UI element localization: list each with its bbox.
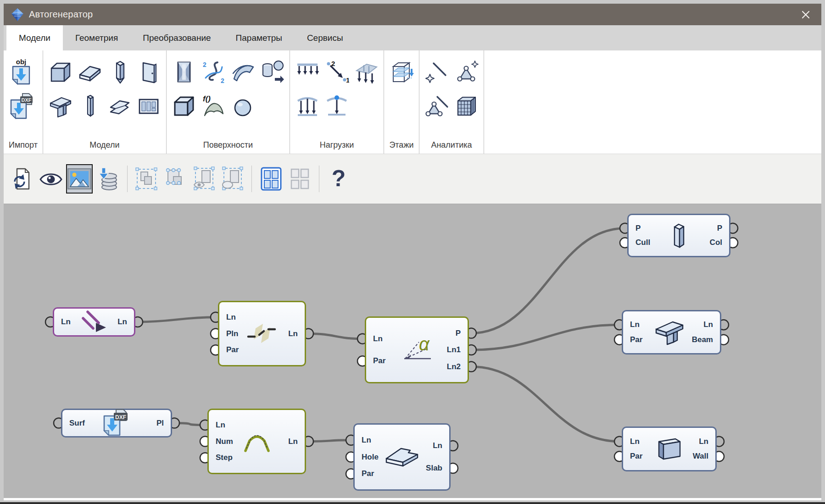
close-button[interactable]: [797, 6, 814, 23]
tab-Геометрия[interactable]: Геометрия: [63, 25, 130, 50]
model-door-button[interactable]: [135, 56, 162, 88]
model-window-button[interactable]: [135, 90, 162, 122]
port-label-Wall: Wall: [693, 451, 708, 461]
refresh-doc-button[interactable]: [9, 164, 36, 194]
model-slab-icon: [78, 60, 102, 84]
surf-sweep-button[interactable]: [229, 56, 256, 88]
load-arc-icon: [295, 94, 320, 118]
database-download-button[interactable]: [95, 164, 121, 194]
port-label-Par: Par: [362, 469, 374, 479]
surf-curves-button[interactable]: 22: [200, 56, 227, 88]
node-trim[interactable]: LnPlnParLn: [218, 301, 306, 366]
load-line-icon: [295, 60, 320, 84]
node-arc[interactable]: LnNumStepLn: [207, 409, 306, 474]
load-arc-point-button[interactable]: [323, 90, 350, 122]
surf-func-button[interactable]: f(): [200, 90, 227, 122]
eye-button[interactable]: [38, 164, 64, 194]
load-arc-button[interactable]: [294, 90, 321, 122]
port-label-Ln: Ln: [362, 435, 371, 445]
ribbon: objDXFИмпортМодели22f()Поверхности21Нагр…: [4, 50, 821, 154]
grid-small-icon: [288, 166, 312, 191]
wire-line-direction-trim: [138, 317, 216, 322]
grid-large-button[interactable]: [258, 164, 284, 194]
toolbar-separator: [127, 166, 128, 192]
import-dxf-button[interactable]: DXF: [8, 90, 34, 122]
node-line-direction[interactable]: LnLn: [53, 307, 135, 337]
node-canvas[interactable]: LnLnLnPlnParLnαLnParPLn1Ln2PCullPColLnPa…: [4, 204, 821, 498]
load-point-button[interactable]: 21: [323, 56, 350, 88]
port-label-P: P: [717, 223, 722, 233]
port-label-Par: Par: [226, 345, 239, 355]
analytic-tri-line-button[interactable]: [424, 90, 450, 122]
model-box-button[interactable]: [47, 56, 74, 88]
help-button[interactable]: ?: [325, 164, 352, 194]
surf-box-button[interactable]: [171, 90, 197, 122]
svg-text:DXF: DXF: [115, 414, 126, 420]
analytic-tri-button[interactable]: [453, 56, 479, 88]
load-line-button[interactable]: [294, 56, 321, 88]
select-copy-icon: [135, 166, 159, 191]
wire-trim-angle: [308, 334, 362, 339]
window-title: Автогенератор: [29, 9, 93, 20]
ribbon-group-Поверхности: 22f()Поверхности: [167, 50, 290, 154]
model-panel-button[interactable]: [106, 56, 133, 88]
load-area-button[interactable]: [353, 56, 379, 88]
node-angle[interactable]: αLnParPLn1Ln2: [365, 316, 469, 383]
surf-curves-icon: 22: [201, 60, 226, 84]
model-ramp-button[interactable]: [106, 90, 133, 122]
image-preview-button[interactable]: [66, 164, 93, 194]
port-label-Ln: Ln: [61, 317, 71, 327]
image-preview-icon: [67, 166, 92, 191]
quick-toolbar: ?: [4, 154, 821, 204]
select-ellipse-button[interactable]: [219, 164, 245, 194]
tab-Сервисы[interactable]: Сервисы: [295, 25, 356, 50]
model-column-button[interactable]: [77, 90, 103, 122]
surf-cyl-sphere-icon: [260, 60, 284, 84]
surf-sphere-button[interactable]: [229, 90, 256, 122]
model-ramp-icon: [107, 94, 132, 118]
grid-small-button[interactable]: [286, 164, 313, 194]
surf-panel-button[interactable]: [171, 56, 197, 88]
ribbon-group-label: Импорт: [8, 138, 39, 153]
select-handles-button[interactable]: [162, 164, 189, 194]
ribbon-group-label: Нагрузки: [294, 138, 379, 153]
port-label-Step: Step: [216, 453, 233, 463]
model-tbeam-button[interactable]: [47, 90, 74, 122]
tab-Параметры[interactable]: Параметры: [223, 25, 295, 50]
ribbon-tab-bar: МоделиГеометрияПреобразованиеПараметрыСе…: [4, 25, 821, 50]
port-label-Cull: Cull: [635, 238, 650, 248]
import-dxf-icon: DXF: [9, 93, 33, 119]
port-label-Ln: Ln: [703, 320, 713, 330]
port-label-Ln: Ln: [117, 317, 127, 327]
port-label-Ln2: Ln2: [447, 362, 461, 372]
analytic-line-button[interactable]: [424, 56, 450, 88]
surf-box-icon: [172, 94, 196, 118]
surf-func-icon: f(): [201, 94, 226, 118]
floors-button[interactable]: [388, 56, 415, 88]
port-label-Hole: Hole: [362, 452, 379, 462]
select-eye-button[interactable]: [190, 164, 217, 194]
close-icon: [801, 10, 811, 20]
node-dxf-import[interactable]: DXFSurfPl: [61, 409, 172, 438]
svg-text:?: ?: [332, 166, 346, 191]
analytic-tri-line-icon: [424, 94, 449, 118]
node-slab[interactable]: LnHoleParLnSlab: [353, 423, 451, 491]
analytic-mesh-button[interactable]: [453, 90, 479, 122]
database-download-icon: [95, 166, 121, 191]
select-ellipse-icon: [220, 166, 244, 191]
model-slab-button[interactable]: [77, 56, 103, 88]
node-column[interactable]: PCullPCol: [627, 214, 730, 257]
port-label-Par: Par: [630, 335, 642, 345]
model-door-icon: [136, 60, 161, 84]
port-label-Ln: Ln: [630, 437, 640, 447]
node-beam[interactable]: LnParLnBeam: [622, 310, 721, 354]
select-eye-icon: [192, 166, 216, 191]
toolbar-separator: [251, 166, 252, 192]
select-copy-button[interactable]: [134, 164, 160, 194]
surf-cyl-sphere-button[interactable]: [259, 56, 285, 88]
tab-Модели[interactable]: Модели: [6, 25, 63, 50]
tab-Преобразование[interactable]: Преобразование: [130, 25, 223, 50]
import-obj-button[interactable]: obj: [8, 56, 34, 88]
node-wall[interactable]: LnParLnWall: [622, 426, 717, 471]
refresh-doc-icon: [11, 166, 34, 191]
